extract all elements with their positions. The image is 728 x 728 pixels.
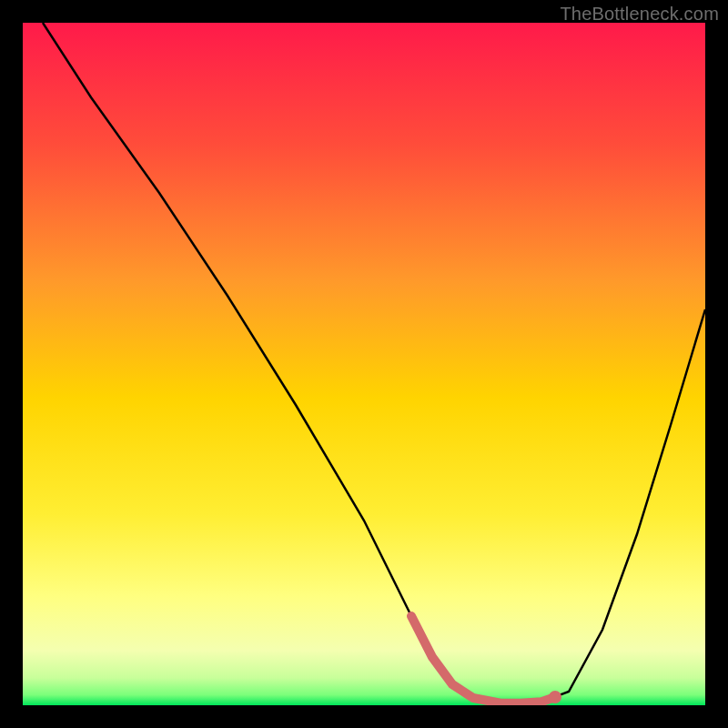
optimal-marker-dot: [549, 691, 561, 703]
watermark-text: TheBottleneck.com: [560, 4, 719, 25]
optimal-range-marker: [411, 616, 555, 703]
curve-path: [43, 23, 705, 703]
chart-frame: [23, 23, 705, 705]
bottleneck-curve: [23, 23, 705, 705]
